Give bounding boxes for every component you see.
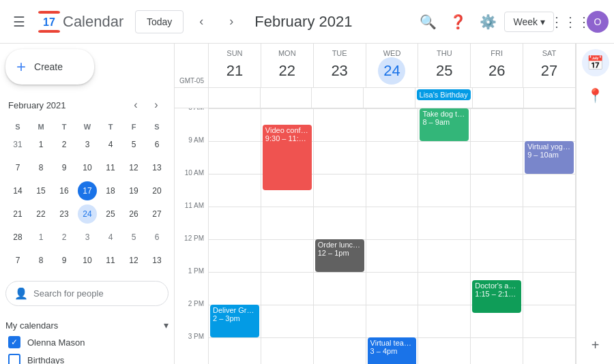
mini-day[interactable]: 25	[101, 204, 120, 224]
calendar-event[interactable]: Doctor's appointment1:15 – 2:15pm	[472, 280, 521, 313]
mini-cal-cell: 4	[100, 134, 121, 155]
main-layout: + Create February 2021 ‹ › SMTWTFS 31123…	[0, 44, 614, 364]
mini-day[interactable]: 26	[124, 204, 143, 224]
mini-day[interactable]: 5	[124, 135, 143, 154]
allday-event[interactable]: Lisa's Birthday	[417, 89, 471, 100]
mini-day[interactable]: 10	[78, 251, 97, 270]
day-number[interactable]: 25	[430, 57, 458, 85]
mini-day[interactable]: 15	[31, 181, 50, 200]
next-button[interactable]: ›	[219, 10, 244, 34]
mini-day[interactable]: 13	[147, 158, 166, 177]
event-time: 2 – 3pm	[213, 314, 257, 322]
mini-day[interactable]: 14	[8, 181, 27, 200]
today-button[interactable]: Today	[135, 10, 184, 33]
mini-prev-button[interactable]: ‹	[126, 95, 145, 115]
mini-day[interactable]: 3	[78, 135, 97, 154]
mini-day[interactable]: 3	[78, 228, 97, 247]
allday-cell	[364, 88, 415, 108]
mini-day[interactable]: 4	[101, 135, 120, 154]
right-icon-calendar[interactable]: 📅	[582, 49, 609, 76]
event-time: 12 – 1pm	[318, 249, 362, 257]
mini-day[interactable]: 19	[124, 181, 143, 200]
view-selector[interactable]: Week ▾	[504, 12, 554, 32]
mini-day[interactable]: 12	[124, 251, 143, 270]
mini-cal-cell: 4	[100, 226, 121, 248]
mini-day[interactable]: 2	[55, 228, 74, 247]
calendar-event[interactable]: Video conference9:30 – 11:30am	[263, 125, 312, 190]
mini-cal-cell: 1	[30, 226, 52, 248]
hour-line	[418, 207, 470, 239]
mini-day[interactable]: 6	[147, 228, 166, 247]
time-label: 8 AM	[188, 108, 204, 111]
avatar[interactable]: O	[587, 11, 609, 33]
mini-day[interactable]: 7	[8, 158, 27, 177]
hour-line	[314, 141, 366, 174]
mini-day[interactable]: 7	[8, 251, 27, 270]
mini-day[interactable]: 21	[8, 204, 27, 224]
mini-day[interactable]: 31	[8, 135, 27, 154]
mini-day[interactable]: 10	[78, 158, 97, 177]
mini-day[interactable]: 9	[55, 251, 74, 270]
calendar-item[interactable]: Birthdays	[5, 351, 169, 364]
mini-day[interactable]: 20	[147, 181, 166, 200]
mini-day[interactable]: 16	[55, 181, 74, 200]
mini-day[interactable]: 5	[124, 228, 143, 247]
hour-line	[261, 239, 313, 272]
calendar-event[interactable]: Take dog to the vet8 – 9am	[420, 108, 469, 141]
mini-day[interactable]: 8	[31, 158, 50, 177]
mini-day[interactable]: 24	[78, 204, 97, 224]
my-calendars-header[interactable]: My calendars ▾	[5, 317, 169, 333]
mini-day[interactable]: 23	[55, 204, 74, 224]
hour-line	[209, 239, 261, 272]
mini-day[interactable]: 13	[147, 251, 166, 270]
day-number[interactable]: 22	[274, 57, 301, 85]
mini-day[interactable]: 18	[101, 181, 120, 200]
mini-day[interactable]: 11	[101, 158, 120, 177]
mini-day[interactable]: 28	[8, 228, 27, 247]
hour-line	[366, 272, 418, 305]
day-number[interactable]: 21	[221, 57, 248, 85]
day-number[interactable]: 26	[483, 57, 510, 85]
create-button[interactable]: + Create	[5, 49, 94, 85]
calendar-event[interactable]: Virtual team meeting3 – 4pm	[368, 337, 417, 364]
mini-day[interactable]: 2	[55, 135, 74, 154]
apps-button[interactable]: ⋮⋮⋮	[557, 8, 584, 35]
mini-day[interactable]: 1	[31, 135, 50, 154]
mini-day[interactable]: 12	[124, 158, 143, 177]
prev-button[interactable]: ‹	[189, 10, 214, 34]
mini-day[interactable]: 9	[55, 158, 74, 177]
right-icon-add[interactable]: +	[582, 331, 609, 359]
mini-day[interactable]: 22	[31, 204, 50, 224]
mini-day[interactable]: 11	[101, 251, 120, 270]
calendar-event[interactable]: Deliver Grace's gift2 – 3pm	[210, 305, 259, 337]
day-number[interactable]: 24	[378, 57, 405, 85]
calendar-item[interactable]: ✓Olenna Mason	[5, 333, 169, 351]
day-number[interactable]: 27	[536, 57, 563, 85]
hour-line	[523, 108, 575, 141]
mini-day[interactable]: 6	[147, 135, 166, 154]
my-calendars-list: ✓Olenna MasonBirthdaysRemindersTasks	[5, 333, 169, 364]
search-button[interactable]: 🔍	[414, 8, 441, 35]
mini-cal-cell: 16	[53, 180, 75, 202]
calendar-event[interactable]: Virtual yoga class9 – 10am	[525, 141, 574, 174]
menu-button[interactable]: ☰	[5, 8, 33, 35]
day-col: Virtual yoga class9 – 10am	[523, 108, 576, 364]
mini-cal-body: 3112345678910111213141516171819202122232…	[7, 134, 168, 271]
calendar-event[interactable]: Order lunch for office12 – 1pm	[315, 239, 364, 272]
gmt-label: GMT-05	[175, 44, 209, 87]
mini-day[interactable]: 17	[78, 181, 97, 200]
mini-day[interactable]: 8	[31, 251, 50, 270]
mini-day[interactable]: 4	[101, 228, 120, 247]
mini-cal-title: February 2021	[8, 100, 66, 110]
mini-cal-dow: S	[7, 121, 29, 132]
mini-day[interactable]: 1	[31, 228, 50, 247]
people-search[interactable]: 👤 Search for people	[5, 281, 169, 306]
help-button[interactable]: ❓	[444, 8, 471, 35]
right-icon-map[interactable]: 📍	[582, 82, 609, 109]
day-number[interactable]: 23	[326, 57, 353, 85]
mini-next-button[interactable]: ›	[147, 95, 166, 115]
hour-line	[523, 337, 575, 364]
settings-button[interactable]: ⚙️	[474, 8, 501, 35]
mini-day[interactable]: 27	[147, 204, 166, 224]
event-title: Virtual yoga class	[527, 142, 571, 151]
